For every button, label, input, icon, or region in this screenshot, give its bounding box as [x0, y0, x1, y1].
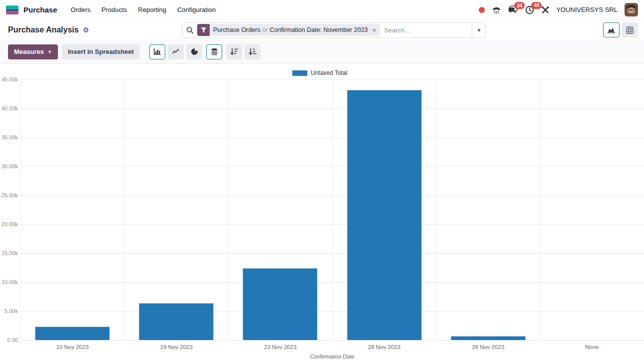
chart-bar-23-nov-2023[interactable]	[243, 268, 318, 340]
filter-facet[interactable]: Purchase Orders or Confirmation Date: No…	[197, 24, 380, 36]
filter-funnel-icon	[197, 24, 210, 36]
gridline-vertical	[540, 79, 541, 340]
control-panel: Purchase Analysis ⚙ Purchase Orders or C…	[0, 20, 644, 40]
chart-bar-29-nov-2023[interactable]	[451, 336, 526, 340]
graph-toolbar: Measures ▼ Insert in Spreadsheet	[0, 40, 644, 64]
line-chart-button[interactable]	[168, 44, 184, 59]
navbar-menu: OrdersProductsReportingConfiguration	[66, 3, 221, 16]
gridline-vertical	[332, 79, 333, 340]
tools-icon[interactable]	[541, 6, 549, 14]
chart-bar-10-nov-2023[interactable]	[35, 327, 110, 340]
facet-remove-icon[interactable]: ×	[371, 24, 380, 36]
view-switcher	[603, 22, 638, 37]
gridline-vertical	[20, 79, 21, 340]
voip-phone-icon[interactable]	[492, 6, 501, 14]
y-tick-label: 15.00k	[1, 250, 18, 256]
user-avatar[interactable]	[625, 3, 638, 16]
y-tick-label: 10.00k	[1, 279, 18, 285]
x-tick-label: 19 Nov 2023	[124, 344, 228, 350]
pie-chart-button[interactable]	[186, 44, 202, 59]
chart: Untaxed Total 0.005.00k10.00k15.00k20.00…	[0, 64, 644, 362]
x-tick-label: 10 Nov 2023	[20, 344, 124, 350]
gridline-vertical	[228, 79, 229, 340]
x-tick-label: 28 Nov 2023	[332, 344, 436, 350]
legend-item[interactable]: Untaxed Total	[293, 69, 347, 76]
legend-swatch	[293, 70, 308, 76]
x-tick-label: None	[540, 344, 644, 350]
y-tick-label: 35.00k	[1, 134, 18, 140]
x-tick-label: 29 Nov 2023	[436, 344, 540, 350]
search-input[interactable]	[384, 26, 472, 34]
graph-view-button[interactable]	[603, 22, 620, 37]
pivot-view-button[interactable]	[622, 22, 638, 37]
facet-part1: Purchase Orders	[213, 26, 260, 33]
page: Purchase OrdersProductsReportingConfigur…	[0, 0, 644, 362]
messages-icon[interactable]: 34	[508, 5, 518, 14]
insert-spreadsheet-button[interactable]: Insert in Spreadsheet	[62, 44, 140, 59]
gridline-horizontal	[20, 340, 644, 341]
sort-desc-button[interactable]	[226, 44, 242, 59]
activities-icon[interactable]: 49	[525, 5, 534, 14]
menu-item-configuration[interactable]: Configuration	[173, 3, 220, 16]
chart-bar-19-nov-2023[interactable]	[139, 303, 214, 340]
y-tick-label: 20.00k	[1, 221, 18, 227]
navbar-left: Purchase OrdersProductsReportingConfigur…	[6, 3, 220, 16]
x-tick-label: 23 Nov 2023	[228, 344, 332, 350]
y-tick-label: 30.00k	[1, 163, 18, 169]
chart-type-group	[149, 44, 202, 59]
page-title: Purchase Analysis	[8, 25, 79, 34]
gear-icon[interactable]: ⚙	[83, 26, 89, 33]
y-axis: 0.005.00k10.00k15.00k20.00k25.00k30.00k3…	[0, 79, 18, 340]
measures-label: Measures	[14, 48, 44, 55]
app-name[interactable]: Purchase	[23, 5, 57, 14]
facet-connector: or	[262, 26, 268, 33]
search-icon	[186, 26, 194, 34]
chart-bar-28-nov-2023[interactable]	[347, 90, 422, 340]
facet-part2: Confirmation Date: November 2023	[270, 26, 368, 33]
y-tick-label: 45.00k	[1, 76, 18, 82]
bar-chart-button[interactable]	[149, 44, 165, 59]
search-dropdown-toggle[interactable]: ▼	[472, 23, 485, 37]
y-tick-label: 40.00k	[1, 105, 18, 111]
y-tick-label: 0.00	[7, 337, 18, 343]
gridline-vertical	[436, 79, 437, 340]
facet-label: Purchase Orders or Confirmation Date: No…	[210, 24, 371, 36]
legend-label: Untaxed Total	[311, 69, 347, 76]
purchase-app-icon[interactable]	[6, 5, 18, 14]
menu-item-reporting[interactable]: Reporting	[134, 3, 171, 16]
search-bar[interactable]: Purchase Orders or Confirmation Date: No…	[182, 22, 486, 38]
y-tick-label: 5.00k	[4, 308, 18, 314]
navbar: Purchase OrdersProductsReportingConfigur…	[0, 0, 644, 20]
gridline-vertical	[124, 79, 125, 340]
x-axis: 10 Nov 202319 Nov 202323 Nov 202328 Nov …	[20, 344, 644, 350]
recording-indicator-icon	[479, 7, 485, 13]
breadcrumb: Purchase Analysis ⚙	[8, 25, 182, 34]
systray: 34 49 YOUNIVERSYS SRL	[479, 3, 638, 16]
y-tick-label: 25.00k	[1, 192, 18, 198]
activities-badge: 49	[531, 2, 542, 9]
x-axis-title: Confirmation Date	[20, 354, 644, 360]
sort-group	[226, 44, 261, 59]
stacked-button[interactable]	[206, 44, 222, 59]
menu-item-products[interactable]: Products	[97, 3, 131, 16]
menu-item-orders[interactable]: Orders	[66, 3, 95, 16]
company-switcher[interactable]: YOUNIVERSYS SRL	[556, 6, 618, 13]
measures-button[interactable]: Measures ▼	[8, 44, 58, 59]
sort-asc-button[interactable]	[245, 44, 261, 59]
plot-area	[20, 79, 644, 340]
messages-badge: 34	[514, 2, 525, 9]
chevron-down-icon: ▼	[47, 49, 52, 54]
